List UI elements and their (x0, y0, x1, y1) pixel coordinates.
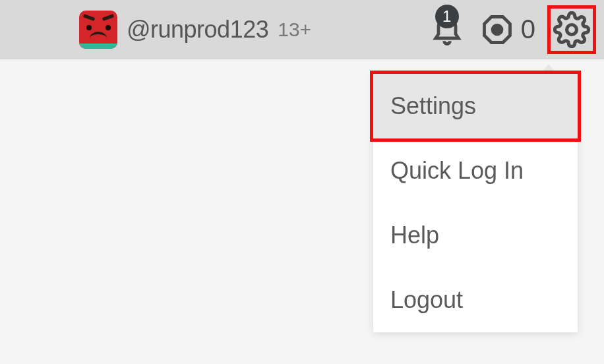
settings-gear-button[interactable] (547, 5, 596, 54)
notification-badge: 1 (435, 5, 459, 28)
top-navigation-bar: @runprod123 13+ 1 0 (0, 0, 604, 59)
menu-item-settings[interactable]: Settings (373, 74, 578, 138)
robux-icon (480, 13, 514, 47)
robux-count: 0 (521, 15, 535, 44)
svg-point-2 (567, 24, 577, 34)
avatar[interactable] (79, 11, 117, 49)
robux-button[interactable]: 0 (480, 13, 535, 47)
svg-point-1 (493, 25, 502, 34)
username-label[interactable]: @runprod123 (127, 16, 268, 44)
gear-icon (553, 11, 590, 48)
menu-item-help[interactable]: Help (373, 203, 578, 268)
menu-item-logout[interactable]: Logout (373, 268, 578, 332)
notifications-button[interactable]: 1 (426, 9, 468, 51)
menu-item-settings-highlight: Settings (370, 71, 581, 142)
age-rating-label: 13+ (278, 18, 311, 41)
menu-item-quick-log-in[interactable]: Quick Log In (373, 138, 578, 203)
settings-dropdown-menu: Settings Quick Log In Help Logout (373, 74, 578, 332)
